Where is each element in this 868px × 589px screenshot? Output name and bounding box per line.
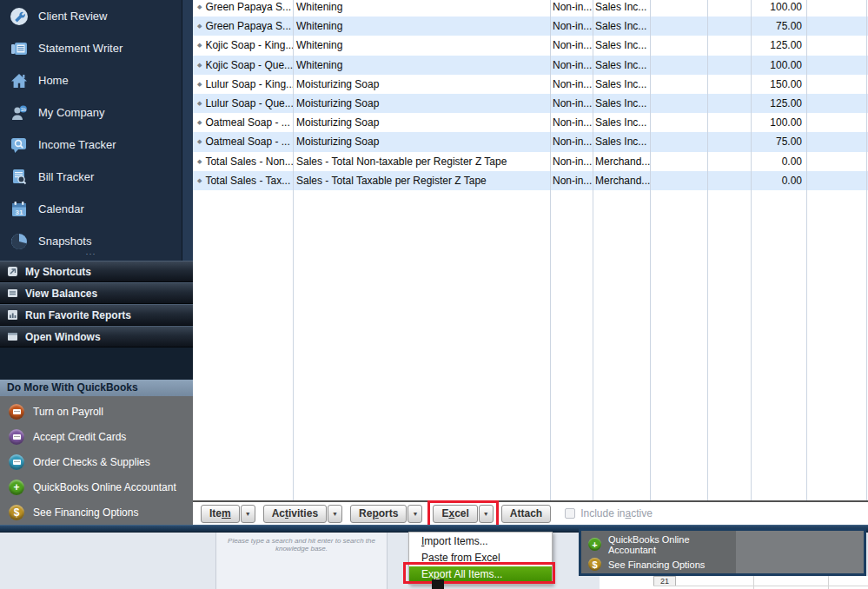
cell-account: Merchand...	[593, 152, 650, 171]
cell-account: Sales Inc...	[593, 56, 650, 75]
chevron-down-icon: ▼	[332, 511, 338, 517]
sidebar-item-label: Calendar	[38, 202, 84, 215]
knowledge-base-search[interactable]: Please type a search and hit enter to se…	[215, 533, 388, 589]
svg-text:31: 31	[16, 208, 23, 215]
sidebar-bar-view-balances[interactable]: View Balances	[0, 282, 193, 304]
cell-account: Sales Inc...	[593, 113, 650, 132]
cell-price: 100.00	[751, 0, 806, 17]
do-more-item-turn-on-payroll[interactable]: Turn on Payroll	[0, 399, 193, 424]
cell-type: Non-in...	[550, 56, 593, 75]
table-row[interactable]: ◆Total Sales - Tax... Sales - Total Taxa…	[193, 171, 868, 190]
cell-name: ◆Green Papaya S...	[193, 0, 293, 17]
activities-button[interactable]: Activities	[263, 505, 327, 523]
cell-type: Non-in...	[550, 94, 593, 113]
menu-item-export-all-items[interactable]: Export All Items...	[409, 566, 552, 583]
do-more-section: Turn on Payroll Accept Credit Cards Orde…	[0, 396, 193, 525]
table-row[interactable]: ◆Lulur Soap - King... Moisturizing Soap …	[193, 75, 868, 94]
table-row[interactable]: ◆Lulur Soap - Que... Moisturizing Soap N…	[193, 94, 868, 113]
activities-dropdown-arrow[interactable]: ▼	[328, 505, 342, 523]
sidebar-item-income-tracker[interactable]: Income Tracker	[0, 129, 193, 161]
credit-cards-icon	[9, 429, 24, 445]
sidebar-item-label: Home	[38, 74, 69, 87]
search-placeholder: Please type a search and hit enter to se…	[228, 537, 375, 553]
table-row[interactable]: ◆Kojic Soap - Que... Whitening Non-in...…	[193, 56, 868, 75]
sidebar-item-my-company[interactable]: 1b My Company	[0, 96, 193, 129]
excel-button[interactable]: Excel	[433, 505, 477, 523]
include-inactive-checkbox[interactable]	[565, 508, 575, 519]
cell-type: Non-in...	[550, 171, 593, 190]
promo-item-label: QuickBooks Online Accountant	[608, 534, 736, 555]
sidebar-item-calendar[interactable]: 31 Calendar	[0, 193, 193, 225]
sidebar-item-bill-tracker[interactable]: Bill Tracker	[0, 161, 193, 193]
do-more-item-order-checks-supplies[interactable]: Order Checks & Supplies	[0, 449, 193, 474]
column-divider	[866, 0, 867, 500]
cell-type: Non-in...	[550, 113, 593, 132]
reports-button[interactable]: Reports	[350, 505, 407, 523]
sidebar-bar-label: Open Windows	[25, 331, 101, 343]
promo-item-label: See Financing Options	[608, 559, 705, 570]
sidebar-bar-label: My Shortcuts	[25, 266, 91, 278]
cell-price: 100.00	[751, 56, 806, 75]
run-favorite-reports-icon	[7, 309, 18, 321]
sidebar-bar-run-favorite-reports[interactable]: Run Favorite Reports	[0, 304, 193, 326]
sidebar-item-label: Income Tracker	[38, 138, 116, 151]
item-dropdown-arrow[interactable]: ▼	[241, 505, 255, 523]
reports-button-group: Reports ▼	[350, 505, 422, 523]
cell-type: Non-in...	[550, 17, 593, 36]
sidebar-item-home[interactable]: Home	[0, 64, 193, 96]
table-row[interactable]: ◆Kojic Soap - King... Whitening Non-in..…	[193, 36, 868, 55]
my-company-icon: 1b	[9, 103, 30, 123]
plus-icon: +	[588, 538, 601, 551]
cell-account: Merchand...	[593, 171, 650, 190]
promo-item-qb-online-accountant[interactable]: + QuickBooks Online Accountant	[581, 534, 736, 554]
column-divider	[550, 0, 551, 500]
item-button[interactable]: Item	[201, 505, 240, 523]
table-row[interactable]: ◆Green Papaya S... Whitening Non-in... S…	[193, 17, 868, 36]
open-windows-icon	[7, 331, 18, 342]
item-button-group: Item ▼	[201, 505, 255, 523]
cell-account: Sales Inc...	[593, 36, 650, 55]
column-divider	[707, 0, 708, 500]
do-more-item-label: Order Checks & Supplies	[33, 456, 150, 468]
attach-button[interactable]: Attach	[501, 505, 551, 523]
diamond-icon: ◆	[197, 3, 202, 10]
sidebar-bar-open-windows[interactable]: Open Windows	[0, 326, 193, 347]
promo-panel: + QuickBooks Online Accountant $ See Fin…	[579, 528, 866, 576]
sidebar-bar-my-shortcuts[interactable]: My Shortcuts	[0, 261, 193, 282]
cell-price: 125.00	[751, 94, 806, 113]
excel-annotation-box: Excel ▼	[427, 500, 498, 526]
cell-price: 0.00	[751, 152, 806, 171]
excel-dropdown-arrow[interactable]: ▼	[479, 505, 494, 523]
sidebar-item-statement-writer[interactable]: Statement Writer	[0, 32, 193, 64]
do-more-item-label: QuickBooks Online Accountant	[33, 481, 176, 493]
cell-name: ◆Kojic Soap - King...	[193, 36, 293, 55]
sidebar-splitter-handle[interactable]: ···	[0, 250, 182, 261]
cell-type: Non-in...	[550, 152, 593, 171]
do-more-item-qb-online-accountant[interactable]: + QuickBooks Online Accountant	[0, 474, 193, 500]
reports-dropdown-arrow[interactable]: ▼	[407, 505, 422, 523]
do-more-item-see-financing[interactable]: $ See Financing Options	[0, 500, 193, 525]
chevron-down-icon: ▼	[412, 511, 418, 517]
sidebar-scroll-strip[interactable]	[182, 0, 193, 261]
promo-item-see-financing[interactable]: $ See Financing Options	[581, 554, 736, 574]
cell-description: Whitening	[293, 36, 550, 55]
table-row[interactable]: ◆Oatmeal Soap - ... Moisturizing Soap No…	[193, 113, 868, 132]
cell-description: Moisturizing Soap	[293, 132, 550, 151]
cell-description: Whitening	[293, 56, 550, 75]
sidebar-item-client-review[interactable]: Client Review	[0, 0, 193, 32]
chevron-down-icon: ▼	[245, 511, 251, 517]
cell-name: ◆Green Papaya S...	[193, 17, 293, 36]
do-more-item-accept-credit-cards[interactable]: Accept Credit Cards	[0, 424, 193, 449]
menu-item-paste-from-excel[interactable]: Paste from Excel	[409, 550, 552, 566]
home-icon	[9, 70, 30, 91]
menu-item-import-items[interactable]: Import Items...	[409, 533, 552, 550]
cell-account: Sales Inc...	[593, 17, 650, 36]
cell-description: Sales - Total Non-taxable per Register Z…	[293, 152, 550, 171]
table-row[interactable]: ◆Green Papaya S... Whitening Non-in... S…	[193, 0, 868, 17]
dollar-icon: $	[588, 558, 601, 571]
table-row[interactable]: ◆Oatmeal Soap - ... Moisturizing Soap No…	[193, 132, 868, 151]
table-row[interactable]: ◆Total Sales - Non... Sales - Total Non-…	[193, 152, 868, 171]
diamond-icon: ◆	[197, 42, 202, 49]
excel-dropdown-menu: Import Items... Paste from Excel Export …	[408, 532, 553, 585]
view-balances-icon	[7, 288, 18, 299]
